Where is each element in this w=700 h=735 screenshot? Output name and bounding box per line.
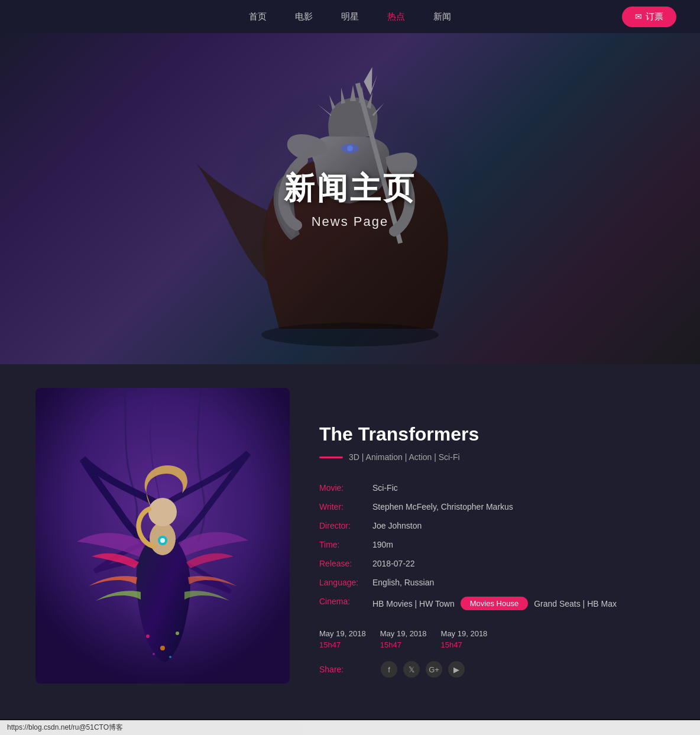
svg-point-10 xyxy=(160,538,165,543)
share-label: Share: xyxy=(319,665,372,674)
share-row: Share: f 𝕏 G+ ▶ xyxy=(319,661,665,678)
writer-label: Writer: xyxy=(319,497,372,516)
release-value: 2018-07-22 xyxy=(372,554,665,573)
nav-item-news[interactable]: 新闻 xyxy=(433,11,451,22)
cinema-row: HB Movies | HW Town Movies House Grand S… xyxy=(372,597,665,610)
director-value: Joe Johnston xyxy=(372,516,665,535)
language-value: English, Russian xyxy=(372,573,665,592)
showtime-date-1: May 19, 2018 xyxy=(319,629,366,638)
time-label: Time: xyxy=(319,535,372,554)
genre-row: 3D | Animation | Action | Sci-Fi xyxy=(319,452,665,462)
showtime-date-3: May 19, 2018 xyxy=(441,629,488,638)
poster-artwork xyxy=(35,388,290,684)
navbar: 首页 电影 明星 热点 新闻 ✉ 订票 xyxy=(0,0,700,33)
svg-point-11 xyxy=(146,634,150,638)
social-icons: f 𝕏 G+ ▶ xyxy=(381,661,465,678)
movie-details: The Transformers 3D | Animation | Action… xyxy=(319,388,665,678)
url-bar: https://blog.csdn.net/ru@51CTO博客 xyxy=(0,720,700,735)
showtime-item-2: May 19, 2018 15h47 xyxy=(380,629,427,649)
svg-point-8 xyxy=(148,498,177,526)
hero-title-english: News Page xyxy=(284,214,416,229)
nav-item-hot[interactable]: 热点 xyxy=(387,11,405,22)
nav-link-hot[interactable]: 热点 xyxy=(387,11,405,21)
movie-label: Movie: xyxy=(319,478,372,497)
ticket-label: 订票 xyxy=(646,11,663,22)
movie-poster xyxy=(35,388,290,684)
ticket-icon: ✉ xyxy=(635,12,642,21)
svg-point-12 xyxy=(160,646,165,650)
movie-value: Sci-Fic xyxy=(372,478,665,497)
nav-link-home[interactable]: 首页 xyxy=(249,11,267,21)
hero-text: 新闻主页 News Page xyxy=(284,168,416,229)
cinema-label: Cinema: xyxy=(319,592,372,615)
language-label: Language: xyxy=(319,573,372,592)
content-section: The Transformers 3D | Animation | Action… xyxy=(0,364,700,719)
movie-title: The Transformers xyxy=(319,423,665,445)
detail-row-cinema: Cinema: HB Movies | HW Town Movies House… xyxy=(319,592,665,615)
showtime-time-1: 15h47 xyxy=(319,640,366,649)
genre-line xyxy=(319,456,343,458)
detail-row-writer: Writer: Stephen McFeely, Christopher Mar… xyxy=(319,497,665,516)
ticket-button[interactable]: ✉ 订票 xyxy=(622,7,676,27)
release-label: Release: xyxy=(319,554,372,573)
showtime-item-1: May 19, 2018 15h47 xyxy=(319,629,366,649)
cinema-text-after: Grand Seats | HB Max xyxy=(534,599,617,608)
nav-links: 首页 电影 明星 热点 新闻 xyxy=(249,11,451,22)
svg-point-13 xyxy=(176,632,179,635)
nav-link-stars[interactable]: 明星 xyxy=(341,11,359,21)
youtube-icon[interactable]: ▶ xyxy=(448,661,465,678)
director-label: Director: xyxy=(319,516,372,535)
showtime-date-2: May 19, 2018 xyxy=(380,629,427,638)
showtime-time-3: 15h47 xyxy=(441,640,488,649)
svg-point-3 xyxy=(347,145,353,151)
detail-row-director: Director: Joe Johnston xyxy=(319,516,665,535)
hero-section: 新闻主页 News Page xyxy=(0,33,700,364)
showtime-section: May 19, 2018 15h47 May 19, 2018 15h47 Ma… xyxy=(319,629,665,649)
detail-table: Movie: Sci-Fic Writer: Stephen McFeely, … xyxy=(319,478,665,615)
url-text: https://blog.csdn.net/ru@51CTO博客 xyxy=(7,723,123,731)
hero-title-chinese: 新闻主页 xyxy=(284,168,416,209)
facebook-icon[interactable]: f xyxy=(381,661,397,678)
detail-row-language: Language: English, Russian xyxy=(319,573,665,592)
nav-item-home[interactable]: 首页 xyxy=(249,11,267,22)
svg-point-14 xyxy=(153,653,155,655)
cinema-badge[interactable]: Movies House xyxy=(461,597,528,610)
nav-link-news[interactable]: 新闻 xyxy=(433,11,451,21)
time-value: 190m xyxy=(372,535,665,554)
cinema-cell: HB Movies | HW Town Movies House Grand S… xyxy=(372,592,665,615)
detail-row-movie: Movie: Sci-Fic xyxy=(319,478,665,497)
nav-item-stars[interactable]: 明星 xyxy=(341,11,359,22)
google-plus-icon[interactable]: G+ xyxy=(426,661,442,678)
twitter-icon[interactable]: 𝕏 xyxy=(403,661,420,678)
nav-item-movies[interactable]: 电影 xyxy=(295,11,313,22)
svg-point-4 xyxy=(261,323,439,347)
showtime-item-3: May 19, 2018 15h47 xyxy=(441,629,488,649)
svg-point-15 xyxy=(169,656,171,658)
cinema-text-before: HB Movies | HW Town xyxy=(372,599,455,608)
detail-row-release: Release: 2018-07-22 xyxy=(319,554,665,573)
showtime-time-2: 15h47 xyxy=(380,640,427,649)
genre-text: 3D | Animation | Action | Sci-Fi xyxy=(349,452,460,462)
writer-value: Stephen McFeely, Christopher Markus xyxy=(372,497,665,516)
detail-row-time: Time: 190m xyxy=(319,535,665,554)
nav-link-movies[interactable]: 电影 xyxy=(295,11,313,21)
